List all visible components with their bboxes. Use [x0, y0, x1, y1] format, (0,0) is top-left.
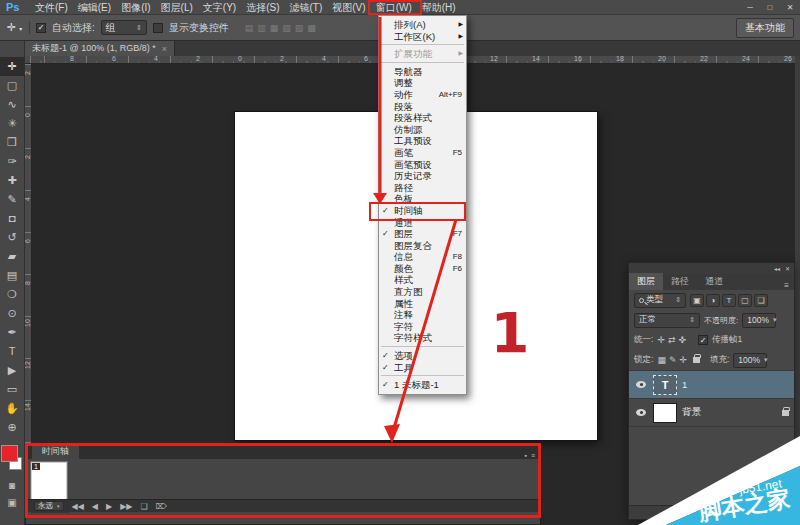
visibility-toggle[interactable] — [634, 381, 648, 388]
align-icon-6[interactable]: ▩ — [307, 23, 316, 33]
window-menu-item-调整[interactable]: 调整 — [379, 77, 466, 89]
window-menu-item-仿制源[interactable]: 仿制源 — [379, 124, 466, 136]
layers-bottom-icon-3[interactable]: ◐ — [743, 509, 747, 516]
window-menu-item-历史记录[interactable]: 历史记录 — [379, 170, 466, 182]
window-menu-item-段落[interactable]: 段落 — [379, 101, 466, 113]
window-menu-item-字符样式[interactable]: 字符样式 — [379, 332, 466, 344]
dodge-tool[interactable]: ⊙ — [0, 304, 24, 323]
brush-tool[interactable]: ✎ — [0, 190, 24, 209]
menubar-item-5[interactable]: 文字(Y) — [198, 0, 241, 15]
align-icon-2[interactable]: ▥ — [257, 23, 266, 33]
window-menu-item-属性[interactable]: 属性 — [379, 298, 466, 310]
layer-row-1[interactable]: T1 — [629, 371, 794, 399]
window-menu-item-颜色[interactable]: 颜色F6 — [379, 263, 466, 275]
move-tool[interactable]: ✛ — [0, 57, 24, 76]
foreground-color-swatch[interactable] — [1, 445, 18, 462]
lock-icon-2[interactable]: ✎ — [669, 355, 677, 365]
filter-icon-2[interactable]: ◑ — [706, 294, 720, 307]
collapse-dock-icon[interactable]: ◂◂ — [774, 265, 780, 272]
window-menu-item-动作[interactable]: 动作Alt+F9 — [379, 89, 466, 101]
loop-dropdown[interactable]: 永远▾ — [34, 501, 64, 511]
timeline-frame-1[interactable]: 1 — [31, 462, 67, 502]
auto-select-dropdown[interactable]: 组⇕ — [101, 20, 147, 35]
window-menu-item-工具[interactable]: ✓工具 — [379, 362, 466, 374]
fill-dropdown[interactable]: 100%▾ — [733, 353, 767, 368]
window-menu-item-通道[interactable]: 通道 — [379, 217, 466, 229]
lock-icon-1[interactable]: ▦ — [657, 355, 666, 365]
align-icon-3[interactable]: ▦ — [270, 23, 279, 33]
window-menu-item-图层复合[interactable]: 图层复合 — [379, 240, 466, 252]
menubar-item-10[interactable]: 帮助(H) — [417, 0, 461, 15]
menubar-item-6[interactable]: 选择(S) — [241, 0, 284, 15]
gradient-tool[interactable]: ▤ — [0, 266, 24, 285]
eyedropper-tool[interactable]: ✑ — [0, 152, 24, 171]
layer-row-背景[interactable]: 背景 — [629, 399, 794, 427]
opacity-dropdown[interactable]: 100%▾ — [742, 313, 776, 328]
unify-icon-2[interactable]: ⇄ — [668, 335, 676, 345]
screen-mode-icon[interactable]: ▣ — [0, 494, 24, 511]
timeline-control-4[interactable]: ▶▶ — [120, 502, 132, 511]
history-brush-tool[interactable]: ↺ — [0, 228, 24, 247]
menubar-item-2[interactable]: 编辑(E) — [73, 0, 116, 15]
window-menu-item-直方图[interactable]: 直方图 — [379, 286, 466, 298]
marquee-tool[interactable]: ▢ — [0, 76, 24, 95]
timeline-control-3[interactable]: ▶ — [106, 502, 112, 511]
minimize-button[interactable]: ─ — [740, 0, 760, 15]
zoom-tool[interactable]: ⊕ — [0, 418, 24, 437]
menubar-item-3[interactable]: 图像(I) — [116, 0, 155, 15]
type-tool[interactable]: T — [0, 342, 24, 361]
panel-menu-icon[interactable]: ≡ — [779, 281, 794, 290]
window-menu-item-画笔预设[interactable]: 画笔预设 — [379, 159, 466, 171]
visibility-toggle[interactable] — [634, 409, 648, 416]
window-menu-item-段落样式[interactable]: 段落样式 — [379, 112, 466, 124]
timeline-control-6[interactable]: ⌦ — [156, 502, 167, 511]
unify-icon-1[interactable]: ✛ — [657, 335, 665, 345]
tool-preset-icon[interactable]: ✛ ▾ — [6, 21, 30, 34]
blend-mode-dropdown[interactable]: 正常⇕ — [634, 313, 700, 328]
window-menu-item-信息[interactable]: 信息F8 — [379, 251, 466, 263]
healing-brush-tool[interactable]: ✚ — [0, 171, 24, 190]
filter-icon-3[interactable]: T — [722, 294, 736, 307]
window-menu-item-时间轴[interactable]: ✓时间轴 — [379, 205, 466, 217]
layer-thumbnail[interactable]: T — [653, 375, 677, 395]
filter-icon-4[interactable]: ▢ — [738, 294, 752, 307]
timeline-corner-icon-2[interactable]: ≡ — [531, 452, 535, 459]
window-menu-item-字符[interactable]: 字符 — [379, 321, 466, 333]
window-menu-item-工具预设[interactable]: 工具预设 — [379, 135, 466, 147]
window-menu-item-导航器[interactable]: 导航器 — [379, 66, 466, 78]
menubar-item-9[interactable]: 窗口(W) — [371, 0, 417, 15]
unify-icon-3[interactable]: ✜ — [678, 335, 686, 345]
window-menu-item-样式[interactable]: 样式 — [379, 274, 466, 286]
layers-tab-路径[interactable]: 路径 — [663, 273, 697, 290]
lock-icon-3[interactable]: ✛ — [679, 355, 687, 365]
timeline-control-2[interactable]: ◀ — [92, 502, 98, 511]
propagate-checkbox[interactable]: ✓ — [698, 335, 708, 345]
menubar-item-8[interactable]: 视图(V) — [327, 0, 370, 15]
close-icon[interactable]: ✕ — [785, 265, 790, 272]
close-icon[interactable]: × — [162, 44, 167, 54]
window-menu-item-色板[interactable]: 色板 — [379, 193, 466, 205]
timeline-tab[interactable]: 时间轴 — [32, 444, 79, 459]
window-menu-item-图层[interactable]: ✓图层F7 — [379, 228, 466, 240]
layer-thumbnail[interactable] — [653, 403, 677, 423]
window-menu-item-1 未标题-1[interactable]: ✓1 未标题-1 — [379, 379, 466, 391]
window-menu-item-选项[interactable]: ✓选项 — [379, 350, 466, 362]
show-transform-checkbox[interactable] — [153, 23, 163, 33]
layers-bottom-icon-6[interactable]: ⌦ — [778, 509, 788, 517]
document-tab[interactable]: 未标题-1 @ 100% (1, RGB/8) * × — [25, 41, 175, 56]
layers-bottom-icon-2[interactable]: fx — [732, 509, 737, 516]
quick-selection-tool[interactable]: ✳ — [0, 114, 24, 133]
close-button[interactable]: ✕ — [780, 0, 800, 15]
window-menu-item-工作区(K)[interactable]: 工作区(K)▶ — [379, 31, 466, 43]
quick-mask-icon[interactable]: ◙ — [0, 477, 24, 494]
auto-select-checkbox[interactable]: ✓ — [36, 23, 46, 33]
window-menu-item-扩展功能[interactable]: 扩展功能▶ — [379, 48, 466, 60]
pen-tool[interactable]: ✒ — [0, 323, 24, 342]
filter-icon-1[interactable]: ▣ — [690, 294, 704, 307]
filter-icon-5[interactable]: ❏ — [754, 294, 768, 307]
window-menu-item-排列(A)[interactable]: 排列(A)▶ — [379, 19, 466, 31]
path-selection-tool[interactable]: ▶ — [0, 361, 24, 380]
menubar-item-7[interactable]: 滤镜(T) — [285, 0, 328, 15]
clone-stamp-tool[interactable]: ◘ — [0, 209, 24, 228]
workspace-button[interactable]: 基本功能 — [736, 18, 794, 38]
